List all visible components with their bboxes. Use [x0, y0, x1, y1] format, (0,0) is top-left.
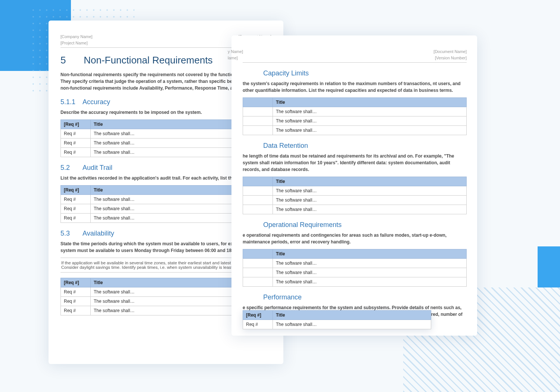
- section-title: Non-Functional Requirements: [84, 55, 212, 66]
- subsection-title: Availability: [83, 230, 114, 237]
- table-row: The software shall…: [243, 277, 467, 287]
- decor-square-bottom: [538, 246, 560, 287]
- col-title: Title: [273, 311, 431, 320]
- requirements-table-retention: Title The software shall… The software s…: [243, 177, 467, 214]
- subsection-title: Audit Trail: [83, 164, 112, 171]
- col-req: [243, 177, 273, 186]
- header-document: [Document Name]: [433, 49, 467, 54]
- document-page-2: y Name] lame] [Document Name] [Version N…: [231, 35, 477, 336]
- subsection-heading-operational: Operational Requirements: [243, 221, 467, 229]
- requirements-table-capacity: Title The software shall… The software s…: [243, 97, 467, 135]
- subsection-body: the system's capacity requirements in re…: [243, 80, 467, 94]
- subsection-number: 5.1.1: [60, 98, 81, 106]
- col-title: Title: [273, 177, 467, 186]
- table-row: The software shall…: [243, 186, 467, 196]
- header-company: [Company Name]: [60, 34, 93, 39]
- header-company-trunc: y Name]: [228, 49, 243, 54]
- table-row: Req # The software shall…: [243, 320, 431, 329]
- subsection-title: Accuracy: [83, 98, 110, 106]
- subsection-body: e operational requirements and contingen…: [243, 232, 467, 245]
- subsection-heading-capacity: Capacity Limits: [243, 69, 467, 77]
- table-row: The software shall…: [243, 116, 467, 126]
- col-req: [243, 98, 273, 107]
- header-project: [Project Name]: [60, 41, 88, 45]
- header-project-trunc: lame]: [228, 56, 238, 60]
- subsection-title: Capacity Limits: [263, 69, 309, 77]
- table-row: The software shall…: [243, 205, 467, 214]
- table-row: The software shall…: [243, 196, 467, 205]
- section-number: 5: [60, 55, 81, 66]
- subsection-number: 5.2: [60, 164, 81, 172]
- subsection-heading-retention: Data Retention: [243, 142, 467, 150]
- table-row: The software shall…: [243, 268, 467, 277]
- subsection-title: Operational Requirements: [263, 221, 342, 228]
- header-version: [Version Number]: [435, 56, 467, 60]
- subsection-heading-performance: Performance: [243, 293, 467, 301]
- col-req: [Req #]: [243, 311, 273, 320]
- col-title: Title: [273, 249, 467, 259]
- subsection-title: Data Retention: [263, 142, 308, 149]
- subsection-title: Performance: [263, 293, 302, 301]
- col-title: Title: [273, 98, 467, 107]
- col-req: [Req #]: [61, 278, 91, 287]
- table-row: The software shall…: [243, 259, 467, 268]
- col-req: [243, 249, 273, 259]
- requirements-table-operational: Title The software shall… The software s…: [243, 249, 467, 287]
- table-header-row: Title: [243, 98, 467, 107]
- table-header-row: [Req #] Title: [243, 311, 431, 320]
- col-req: [Req #]: [61, 120, 91, 129]
- requirements-table-performance-float: [Req #] Title Req # The software shall…: [243, 308, 431, 333]
- table-header-row: Title: [243, 249, 467, 259]
- page-header: y Name] lame] [Document Name] [Version N…: [243, 49, 467, 63]
- table-header-row: Title: [243, 177, 467, 186]
- table-row: The software shall…: [243, 126, 467, 135]
- col-req: [Req #]: [61, 186, 91, 195]
- subsection-number: 5.3: [60, 230, 81, 237]
- table-row: The software shall…: [243, 107, 467, 116]
- subsection-body: he length of time data must be retained …: [243, 153, 467, 173]
